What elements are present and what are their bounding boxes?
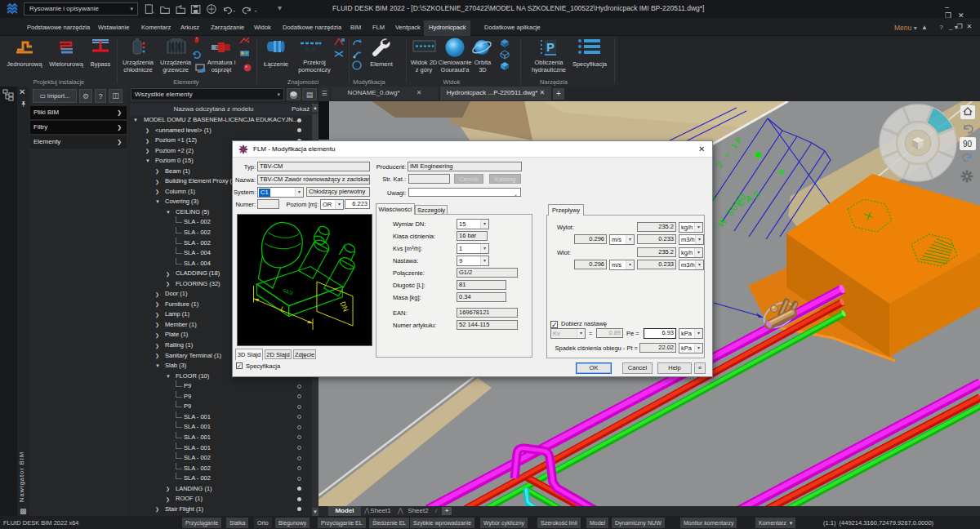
- svg-text:❄: ❄: [777, 167, 785, 177]
- svg-text:90: 90: [963, 140, 973, 149]
- svg-text:G1/2: G1/2: [282, 287, 293, 296]
- svg-text:DN: DN: [339, 300, 350, 313]
- svg-text:L: L: [279, 305, 287, 313]
- svg-text:P: P: [546, 40, 555, 54]
- svg-text:✺: ✺: [754, 149, 762, 161]
